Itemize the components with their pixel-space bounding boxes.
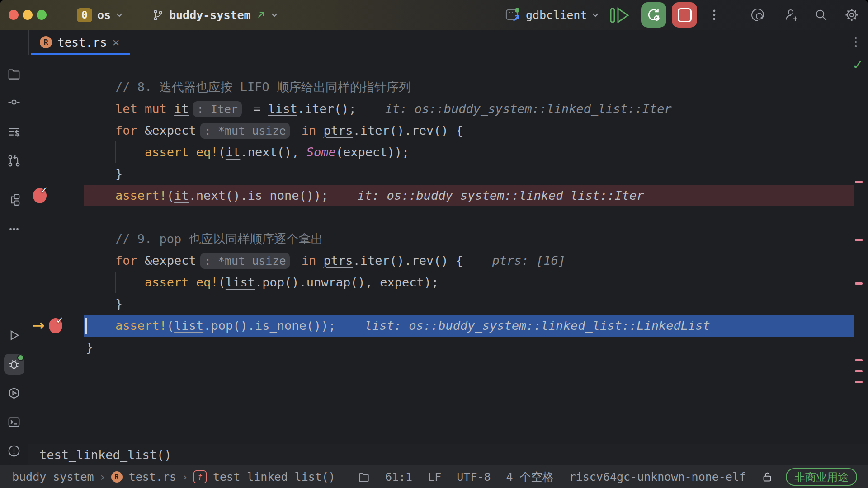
stop-button[interactable] bbox=[672, 2, 697, 28]
commit-tool-icon[interactable] bbox=[7, 95, 21, 109]
breadcrumb-separator: › bbox=[100, 470, 105, 483]
chevron-down-icon bbox=[271, 13, 278, 17]
code-token: ptrs bbox=[324, 123, 353, 137]
execution-line: assert!(list.pop().is_none());list: os::… bbox=[84, 315, 854, 337]
breakpoint-icon[interactable] bbox=[33, 188, 47, 203]
problems-tool-icon[interactable] bbox=[7, 444, 21, 458]
rerun-debug-button[interactable] bbox=[641, 2, 666, 28]
status-bar: buddy_system › R test.rs › f test_linked… bbox=[0, 465, 868, 488]
more-tools-icon[interactable] bbox=[7, 222, 21, 236]
code-line: for &expect: *mut usize in ptrs.iter().r… bbox=[84, 250, 854, 272]
breadcrumb-function[interactable]: test_linked_list() bbox=[213, 470, 335, 483]
code-editor[interactable]: // 8. 迭代器也应按 LIFO 顺序给出同样的指针序列 let mut it… bbox=[28, 55, 868, 444]
structure-tool-icon[interactable] bbox=[7, 193, 21, 206]
breadcrumbs: buddy_system › R test.rs › f test_linked… bbox=[0, 470, 335, 483]
add-user-icon[interactable] bbox=[784, 8, 799, 22]
code-token: ( bbox=[167, 319, 174, 333]
error-stripe-mark[interactable] bbox=[855, 181, 863, 183]
breadcrumb-module[interactable]: buddy_system bbox=[12, 470, 94, 483]
run-tool-icon[interactable] bbox=[7, 328, 21, 342]
code-line: } bbox=[84, 337, 854, 358]
resume-program-button[interactable] bbox=[609, 7, 630, 23]
error-stripe-mark[interactable] bbox=[855, 359, 863, 361]
debug-active-dot bbox=[17, 354, 24, 361]
breakpoint-line: assert!(it.next().is_none());it: os::bud… bbox=[84, 185, 854, 206]
stop-icon bbox=[678, 8, 692, 22]
code-token bbox=[86, 275, 145, 289]
code-line: assert_eq!(list.pop().unwrap(), expect); bbox=[84, 272, 854, 293]
run-configuration-selector[interactable]: gdbclient bbox=[505, 0, 599, 30]
branch-widget[interactable]: buddy-system bbox=[152, 0, 278, 30]
code-token: ( bbox=[218, 275, 226, 289]
code-token: list bbox=[226, 275, 255, 289]
type-inlay-hint: : Iter bbox=[193, 101, 242, 117]
project-selector[interactable]: 0 os bbox=[77, 0, 123, 30]
readonly-folder-icon[interactable] bbox=[350, 471, 377, 483]
incoming-outgoing-arrow-icon bbox=[256, 10, 266, 20]
code-line: } bbox=[84, 163, 854, 185]
tab-options-icon[interactable] bbox=[854, 35, 858, 49]
inspections-ok-icon[interactable]: ✓ bbox=[852, 57, 863, 73]
vcs-changes-badge: 0 bbox=[77, 8, 92, 22]
code-line: } bbox=[84, 293, 854, 315]
titlebar: 0 os buddy-system gdbclient bbox=[0, 0, 868, 30]
code-token: ( bbox=[167, 188, 174, 202]
minimize-window-button[interactable] bbox=[23, 10, 33, 20]
tab-close-icon[interactable]: × bbox=[113, 36, 120, 48]
close-window-button[interactable] bbox=[9, 10, 19, 20]
breadcrumb-separator: › bbox=[183, 470, 187, 483]
code-token: .iter().rev() { bbox=[353, 123, 463, 137]
status-widgets: 61:1 LF UTF-8 4 个空格 riscv64gc-unknown-no… bbox=[350, 468, 868, 486]
code-token: } bbox=[86, 167, 123, 181]
line-separator-widget[interactable]: LF bbox=[420, 470, 449, 483]
terminal-tool-icon[interactable] bbox=[7, 415, 21, 429]
code-token: } bbox=[86, 297, 123, 311]
run-config-name: gdbclient bbox=[526, 9, 587, 22]
restart-debug-icon bbox=[646, 7, 662, 23]
code-token: in bbox=[302, 253, 316, 267]
ide-window: 0 os buddy-system gdbclient bbox=[0, 0, 868, 488]
chevron-down-icon bbox=[592, 13, 599, 17]
code-token: .next().is_none()); bbox=[189, 188, 329, 202]
code-token: it bbox=[226, 145, 241, 159]
error-stripe-mark[interactable] bbox=[855, 282, 863, 285]
ai-assistant-icon[interactable] bbox=[750, 8, 765, 22]
code-token: ptrs bbox=[324, 253, 353, 267]
license-badge[interactable]: 非商业用途 bbox=[786, 468, 857, 486]
zoom-window-button[interactable] bbox=[37, 10, 47, 20]
encoding-widget[interactable]: UTF-8 bbox=[449, 470, 498, 483]
debugger-frame-line[interactable]: test_linked_list() bbox=[28, 444, 868, 465]
rail-divider bbox=[6, 180, 23, 180]
search-icon[interactable] bbox=[814, 8, 828, 22]
task-list-tool-icon[interactable] bbox=[7, 126, 21, 139]
pull-requests-tool-icon[interactable] bbox=[7, 154, 21, 168]
code-token: .pop().is_none()); bbox=[203, 319, 336, 333]
code-line: // 8. 迭代器也应按 LIFO 顺序给出同样的指针序列 bbox=[84, 76, 854, 98]
settings-gear-icon[interactable] bbox=[844, 8, 859, 22]
code-token bbox=[86, 188, 115, 202]
error-stripe-mark[interactable] bbox=[855, 239, 863, 241]
code-token: = bbox=[246, 102, 268, 116]
unlocked-icon[interactable] bbox=[754, 471, 781, 483]
indent-widget[interactable]: 4 个空格 bbox=[499, 469, 561, 484]
breakpoint-icon[interactable] bbox=[49, 318, 62, 333]
text-caret bbox=[85, 318, 87, 334]
error-stripe-mark[interactable] bbox=[855, 370, 863, 372]
caret-position-widget[interactable]: 61:1 bbox=[377, 470, 420, 483]
error-stripe-mark[interactable] bbox=[855, 381, 863, 383]
debugger-inline-value: list: os::buddy_system::linked_list::Lin… bbox=[365, 319, 710, 333]
code-line: for &expect: *mut usize in ptrs.iter().r… bbox=[84, 120, 854, 141]
breadcrumb-file[interactable]: test.rs bbox=[129, 470, 176, 483]
rust-file-icon: R bbox=[111, 471, 123, 483]
profiler-tool-icon[interactable] bbox=[7, 386, 21, 400]
more-actions-icon[interactable] bbox=[712, 8, 717, 22]
code-token: list bbox=[268, 102, 297, 116]
project-tool-icon[interactable] bbox=[7, 67, 21, 81]
tab-test-rs[interactable]: R test.rs × bbox=[30, 30, 131, 55]
code-token: .next(), bbox=[240, 145, 306, 159]
frame-function-name: test_linked_list() bbox=[39, 448, 172, 462]
code-token: ( bbox=[218, 145, 226, 159]
toolchain-widget[interactable]: riscv64gc-unknown-none-elf bbox=[561, 470, 754, 483]
code-token: it bbox=[174, 188, 189, 202]
code-token bbox=[316, 123, 323, 137]
